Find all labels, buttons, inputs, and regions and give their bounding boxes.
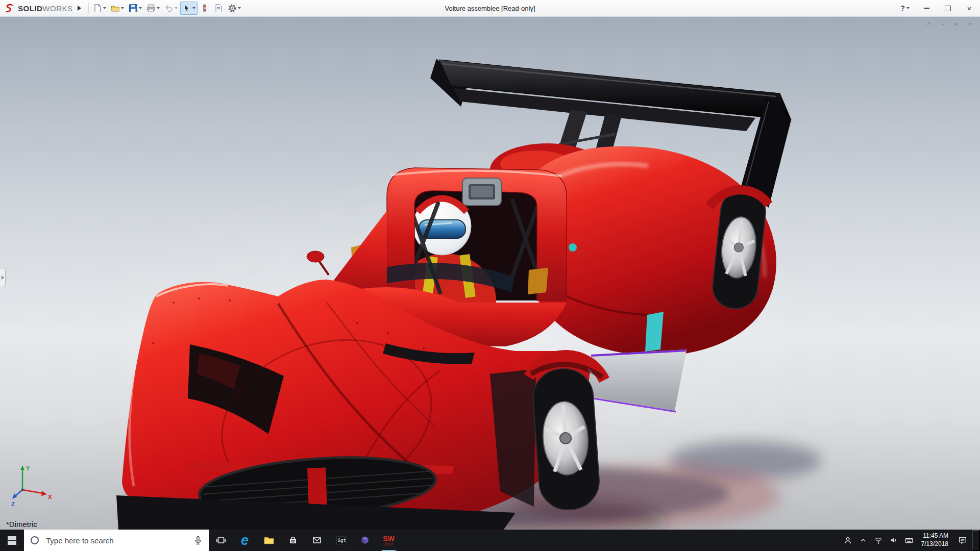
new-document-icon bbox=[93, 4, 102, 13]
save-button[interactable] bbox=[127, 2, 144, 15]
clock-time: 11:45 AM bbox=[923, 532, 948, 540]
rebuild-traffic-light-icon bbox=[200, 4, 209, 13]
taskbar-search bbox=[24, 530, 209, 551]
show-desktop-button[interactable] bbox=[972, 530, 980, 551]
close-icon: × bbox=[967, 5, 972, 12]
touch-keyboard-button[interactable] bbox=[901, 530, 917, 551]
dropdown-caret-icon bbox=[103, 7, 106, 9]
wifi-icon bbox=[874, 536, 883, 545]
quick-access-toolbar bbox=[91, 2, 243, 15]
titlebar: SOLIDWORKS bbox=[0, 0, 980, 17]
undo-button[interactable] bbox=[162, 2, 180, 15]
document-restore-button[interactable] bbox=[924, 19, 934, 29]
print-icon bbox=[146, 4, 156, 13]
network-button[interactable] bbox=[871, 530, 886, 551]
dropdown-caret-icon bbox=[139, 7, 142, 9]
task-view-icon bbox=[216, 535, 226, 545]
maximize-icon bbox=[955, 20, 958, 28]
new-document-button[interactable] bbox=[91, 2, 108, 15]
triad-z-label: Z bbox=[11, 501, 15, 507]
file-properties-icon bbox=[214, 4, 223, 13]
windows-logo-icon bbox=[8, 536, 16, 545]
print-button[interactable] bbox=[144, 2, 162, 15]
triad-y-label: Y bbox=[26, 465, 30, 471]
3d-model-render bbox=[0, 17, 980, 530]
dropdown-caret-icon bbox=[906, 7, 910, 9]
edge-icon: e bbox=[241, 534, 249, 547]
triad-x-label: X bbox=[48, 494, 52, 500]
dropdown-caret-icon bbox=[192, 7, 195, 9]
document-window-controls bbox=[924, 19, 975, 29]
speaker-icon bbox=[889, 536, 898, 545]
save-floppy-icon bbox=[129, 4, 138, 13]
help-button[interactable]: ? bbox=[894, 0, 916, 16]
orientation-triad[interactable]: Y X Z bbox=[10, 463, 57, 508]
store-button[interactable] bbox=[281, 530, 305, 551]
solidworks-2017-button[interactable]: SW 2017 bbox=[377, 530, 401, 551]
3d-cube-app-icon bbox=[360, 535, 370, 545]
flyout-triangle-icon bbox=[78, 6, 81, 11]
viewport-3d[interactable]: Y X Z *Dimetric bbox=[0, 17, 980, 530]
options-button[interactable] bbox=[226, 2, 243, 15]
search-input[interactable] bbox=[45, 536, 188, 545]
select-cursor-icon bbox=[182, 4, 191, 13]
maximize-icon bbox=[945, 6, 951, 11]
people-button[interactable] bbox=[840, 530, 855, 551]
brand-text: SOLIDWORKS bbox=[18, 4, 73, 13]
rebuild-button[interactable] bbox=[198, 2, 211, 15]
solidworks-logo: SOLIDWORKS bbox=[4, 3, 73, 14]
dropdown-caret-icon bbox=[238, 7, 241, 9]
view-orientation-label: *Dimetric bbox=[6, 520, 37, 529]
document-close-button[interactable] bbox=[966, 19, 975, 29]
dropdown-caret-icon bbox=[121, 7, 124, 9]
people-icon bbox=[843, 536, 852, 545]
gear-icon bbox=[228, 4, 237, 13]
keyboard-icon bbox=[904, 536, 914, 545]
document-minimize-button[interactable] bbox=[938, 19, 947, 29]
svg-text:&gt;_: &gt;_ bbox=[337, 538, 346, 543]
taskbar: e &gt;_ bbox=[0, 530, 980, 551]
window-controls: ? × bbox=[894, 0, 980, 16]
dropdown-caret-icon bbox=[175, 7, 178, 9]
close-button[interactable]: × bbox=[959, 0, 980, 16]
file-explorer-button[interactable] bbox=[257, 530, 281, 551]
chevron-up-icon bbox=[859, 536, 867, 544]
edge-button[interactable]: e bbox=[233, 530, 257, 551]
cortana-icon bbox=[30, 535, 40, 545]
hidden-icons-button[interactable] bbox=[855, 530, 871, 551]
maximize-button[interactable] bbox=[937, 0, 959, 16]
open-button[interactable] bbox=[109, 2, 126, 15]
cube-app-button[interactable] bbox=[353, 530, 377, 551]
minimize-icon bbox=[924, 8, 929, 9]
minimize-icon bbox=[941, 20, 944, 28]
window-title: Voiture assemblee [Read-only] bbox=[445, 5, 535, 12]
store-bag-icon bbox=[288, 535, 298, 545]
close-icon bbox=[969, 20, 972, 28]
dropdown-caret-icon bbox=[157, 7, 160, 9]
taskbar-clock[interactable]: 11:45 AM 7/13/2018 bbox=[917, 530, 953, 551]
system-tray: 11:45 AM 7/13/2018 bbox=[840, 530, 980, 551]
minimize-button[interactable] bbox=[916, 0, 937, 16]
action-center-icon bbox=[958, 536, 967, 545]
restore-icon bbox=[927, 20, 930, 28]
feature-panel-collapse-tab[interactable] bbox=[0, 268, 6, 287]
solidworks-window: SOLIDWORKS bbox=[0, 0, 980, 551]
file-explorer-icon bbox=[263, 535, 275, 546]
command-prompt-icon: &gt;_ bbox=[335, 535, 347, 546]
start-button[interactable] bbox=[0, 530, 24, 551]
menu-flyout-arrow[interactable] bbox=[75, 2, 84, 14]
undo-arrow-icon bbox=[164, 4, 174, 13]
solidworks-app-icon: SW 2017 bbox=[383, 535, 395, 546]
clock-date: 7/13/2018 bbox=[921, 540, 948, 548]
command-prompt-button[interactable]: &gt;_ bbox=[329, 530, 353, 551]
task-view-button[interactable] bbox=[209, 530, 233, 551]
select-tool-button[interactable] bbox=[180, 2, 198, 15]
expand-arrow-icon bbox=[2, 276, 4, 280]
microphone-icon[interactable] bbox=[193, 535, 203, 545]
mail-button[interactable] bbox=[305, 530, 329, 551]
document-maximize-button[interactable] bbox=[952, 19, 961, 29]
file-properties-button[interactable] bbox=[212, 2, 225, 15]
action-center-button[interactable] bbox=[953, 530, 972, 551]
toolbar-separator bbox=[88, 3, 89, 14]
volume-button[interactable] bbox=[886, 530, 901, 551]
